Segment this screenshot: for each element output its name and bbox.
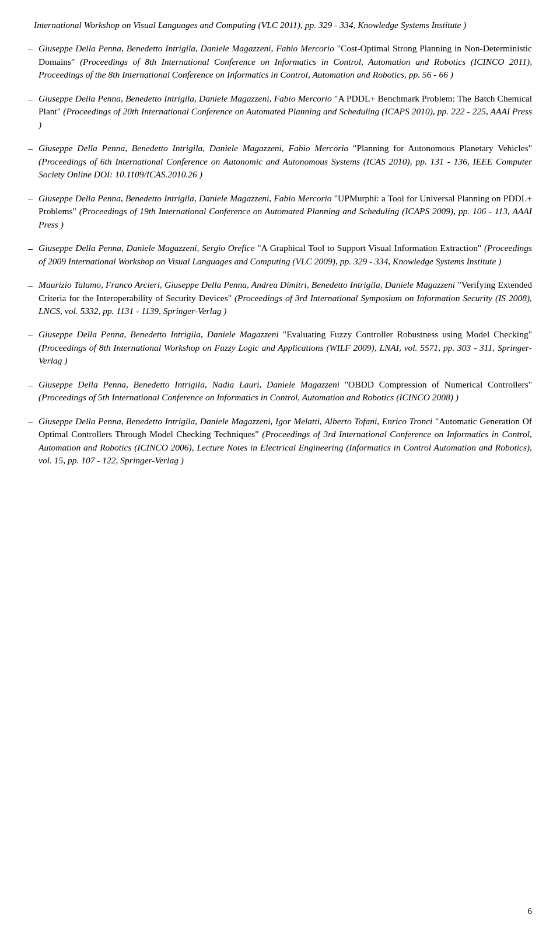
pub-text: Giuseppe Della Penna, Benedetto Intrigil… xyxy=(38,378,532,404)
list-item: International Workshop on Visual Languag… xyxy=(28,19,532,32)
pub-text: Maurizio Talamo, Franco Arcieri, Giusepp… xyxy=(38,278,532,317)
pub-authors: Giuseppe Della Penna, Benedetto Intrigil… xyxy=(38,143,348,153)
pub-venue: (Proceedings of 8th International Worksh… xyxy=(38,343,532,365)
pub-authors: Giuseppe Della Penna, Benedetto Intrigil… xyxy=(38,93,332,103)
bullet: – xyxy=(28,415,33,428)
bullet: – xyxy=(28,192,33,205)
list-item: – Giuseppe Della Penna, Benedetto Intrig… xyxy=(28,415,532,467)
pub-text: Giuseppe Della Penna, Benedetto Intrigil… xyxy=(38,415,532,467)
bullet: – xyxy=(28,378,33,392)
pub-authors: Maurizio Talamo, Franco Arcieri, Giusepp… xyxy=(38,280,455,289)
pub-authors: Giuseppe Della Penna, Daniele Magazzeni,… xyxy=(38,243,255,253)
pub-title: "OBDD Compression of Numerical Controlle… xyxy=(345,379,532,389)
bullet: – xyxy=(28,278,33,292)
pub-text: Giuseppe Della Penna, Benedetto Intrigil… xyxy=(38,42,532,81)
pub-title: "Planning for Autonomous Planetary Vehic… xyxy=(353,143,532,153)
list-item: – Giuseppe Della Penna, Benedetto Intrig… xyxy=(28,192,532,231)
pub-text: Giuseppe Della Penna, Benedetto Intrigil… xyxy=(38,142,532,181)
bullet: – xyxy=(28,42,33,55)
list-item: – Giuseppe Della Penna, Benedetto Intrig… xyxy=(28,328,532,367)
pub-text: Giuseppe Della Penna, Daniele Magazzeni,… xyxy=(38,242,532,268)
pub-authors: Giuseppe Della Penna, Benedetto Intrigil… xyxy=(38,416,432,426)
pub-title: "A Graphical Tool to Support Visual Info… xyxy=(257,243,484,253)
publication-list: International Workshop on Visual Languag… xyxy=(28,19,532,467)
pub-authors: Giuseppe Della Penna, Benedetto Intrigil… xyxy=(38,193,332,203)
list-item: – Giuseppe Della Penna, Benedetto Intrig… xyxy=(28,378,532,404)
list-item: – Giuseppe Della Penna, Benedetto Intrig… xyxy=(28,142,532,181)
bullet: – xyxy=(28,142,33,155)
pub-text: International Workshop on Visual Languag… xyxy=(34,19,532,32)
pub-venue: (Proceedings of 8th International Confer… xyxy=(38,57,532,79)
pub-venue: (Proceedings of 19th International Confe… xyxy=(38,206,532,229)
list-item: – Giuseppe Della Penna, Benedetto Intrig… xyxy=(28,92,532,131)
pub-authors: Giuseppe Della Penna, Benedetto Intrigil… xyxy=(38,329,279,339)
pub-authors: Giuseppe Della Penna, Benedetto Intrigil… xyxy=(38,43,334,53)
list-item: – Giuseppe Della Penna, Benedetto Intrig… xyxy=(28,42,532,81)
bullet: – xyxy=(28,328,33,341)
pub-venue: (Proceedings of 20th International Confe… xyxy=(38,106,532,129)
bullet: – xyxy=(28,242,33,255)
pub-title: "Evaluating Fuzzy Controller Robustness … xyxy=(283,329,532,339)
pub-text: Giuseppe Della Penna, Benedetto Intrigil… xyxy=(38,328,532,367)
list-item: – Giuseppe Della Penna, Daniele Magazzen… xyxy=(28,242,532,268)
pub-text: Giuseppe Della Penna, Benedetto Intrigil… xyxy=(38,92,532,131)
list-item: – Maurizio Talamo, Franco Arcieri, Giuse… xyxy=(28,278,532,317)
pub-venue: (Proceedings of 5th International Confer… xyxy=(38,392,459,402)
pub-text: Giuseppe Della Penna, Benedetto Intrigil… xyxy=(38,192,532,231)
bullet: – xyxy=(28,92,33,106)
pub-authors: International Workshop on Visual Languag… xyxy=(34,20,467,30)
pub-authors: Giuseppe Della Penna, Benedetto Intrigil… xyxy=(38,379,340,389)
pub-venue: (Proceedings of 6th International Confer… xyxy=(38,156,532,179)
